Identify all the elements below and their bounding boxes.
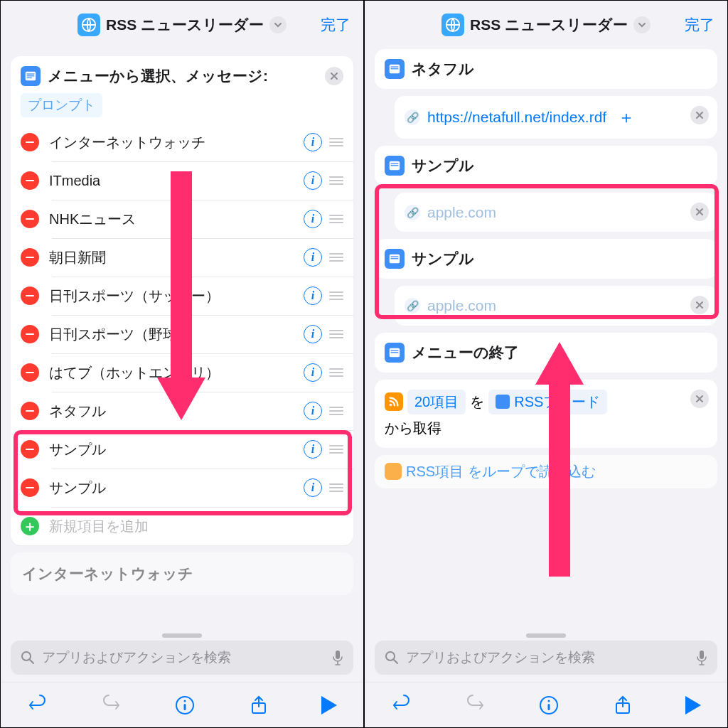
reorder-icon[interactable] <box>329 176 343 185</box>
info-icon[interactable]: i <box>304 287 322 305</box>
delete-icon[interactable] <box>21 287 39 305</box>
share-button[interactable] <box>612 695 633 716</box>
done-button[interactable]: 完了 <box>685 15 714 35</box>
close-icon[interactable] <box>690 106 709 124</box>
info-icon[interactable]: i <box>304 440 322 459</box>
close-icon[interactable] <box>690 390 709 408</box>
info-icon[interactable]: i <box>304 478 322 497</box>
mic-icon[interactable] <box>332 650 343 665</box>
list-item[interactable]: サンプルi <box>11 430 353 469</box>
svg-rect-22 <box>391 350 399 350</box>
delete-icon[interactable] <box>21 363 39 382</box>
svg-rect-2 <box>27 73 35 74</box>
redo-button <box>100 695 122 716</box>
list-item[interactable]: 日刊スポーツ（野球）i <box>11 315 353 353</box>
rss-action-card[interactable]: 20項目 を RSSフィード から取得 <box>375 380 717 448</box>
svg-rect-13 <box>391 66 399 67</box>
list-item[interactable]: インターネットウォッチi <box>11 123 353 161</box>
grabber-handle[interactable] <box>526 633 566 638</box>
add-url-button[interactable]: ＋ <box>618 106 635 129</box>
count-token[interactable]: 20項目 <box>407 390 466 414</box>
add-item-row[interactable]: ＋新規項目を追加 <box>11 507 353 545</box>
reorder-icon[interactable] <box>329 445 343 454</box>
chevron-down-icon[interactable] <box>269 16 287 33</box>
search-icon <box>385 651 399 665</box>
svg-rect-20 <box>391 258 399 259</box>
delete-icon[interactable] <box>21 325 39 343</box>
reorder-icon[interactable] <box>329 138 343 146</box>
url-action-card[interactable]: 🔗 apple.com <box>395 193 717 232</box>
info-icon[interactable]: i <box>304 325 322 343</box>
reorder-icon[interactable] <box>329 291 343 300</box>
undo-button[interactable] <box>27 695 48 716</box>
reorder-icon[interactable] <box>329 483 343 492</box>
svg-point-25 <box>386 652 395 660</box>
list-item[interactable]: 朝日新聞i <box>11 238 353 277</box>
info-icon[interactable]: i <box>304 363 322 382</box>
sample-section-1[interactable]: サンプル <box>375 146 717 186</box>
svg-rect-29 <box>547 704 550 710</box>
svg-rect-26 <box>700 651 704 659</box>
url-action-card[interactable]: 🔗 apple.com <box>395 286 717 325</box>
list-item[interactable]: NHKニュースi <box>11 200 353 238</box>
app-title: RSS ニュースリーダー <box>470 15 628 35</box>
list-item[interactable]: 日刊スポーツ（サッカー）i <box>11 277 353 315</box>
reorder-icon[interactable] <box>329 407 343 415</box>
add-icon[interactable]: ＋ <box>21 517 39 535</box>
delete-icon[interactable] <box>21 133 39 151</box>
done-button[interactable]: 完了 <box>321 15 350 35</box>
close-icon[interactable] <box>690 296 709 314</box>
search-placeholder: アプリおよびアクションを検索 <box>42 648 325 667</box>
card-icon <box>385 59 405 79</box>
header: RSS ニュースリーダー 完了 <box>1 1 363 49</box>
svg-rect-9 <box>183 704 186 710</box>
left-scroll: メニューから選択、メッセージ: プロンプト インターネットウォッチi ITmed… <box>1 49 363 629</box>
reorder-icon[interactable] <box>329 253 343 262</box>
feed-token[interactable]: RSSフィード <box>488 390 607 414</box>
reorder-icon[interactable] <box>329 215 343 223</box>
list-item[interactable]: ネタフルi <box>11 392 353 430</box>
info-toolbar-button[interactable] <box>538 695 560 716</box>
close-icon[interactable] <box>690 203 709 221</box>
reorder-icon[interactable] <box>329 330 343 338</box>
svg-point-28 <box>547 700 550 702</box>
rss-icon <box>385 463 402 480</box>
share-button[interactable] <box>248 695 269 716</box>
list-item[interactable]: ITmediai <box>11 161 353 200</box>
delete-icon[interactable] <box>21 402 39 420</box>
netafull-section[interactable]: ネタフル <box>375 49 717 89</box>
list-item[interactable]: サンプルi <box>11 469 353 507</box>
info-icon[interactable]: i <box>304 171 322 190</box>
prompt-token[interactable]: プロンプト <box>21 93 343 117</box>
link-icon: 🔗 <box>405 205 420 220</box>
undo-button[interactable] <box>391 695 412 716</box>
url-action-card[interactable]: 🔗 https://netafull.net/index.rdf ＋ <box>395 96 717 139</box>
info-toolbar-button[interactable] <box>174 695 196 716</box>
svg-rect-16 <box>391 163 399 164</box>
grabber-handle[interactable] <box>162 633 202 638</box>
sample-section-2[interactable]: サンプル <box>375 239 717 279</box>
chevron-down-icon[interactable] <box>633 16 651 33</box>
run-button[interactable] <box>321 696 337 714</box>
left-pane: RSS ニュースリーダー 完了 メニューから選択、メッセージ: プロンプト イン… <box>0 0 364 728</box>
mic-icon[interactable] <box>696 650 707 665</box>
menu-icon <box>21 66 41 86</box>
reorder-icon[interactable] <box>329 368 343 377</box>
info-icon[interactable]: i <box>304 402 322 420</box>
delete-icon[interactable] <box>21 210 39 228</box>
toolbar <box>365 682 727 727</box>
svg-rect-4 <box>27 77 32 78</box>
delete-icon[interactable] <box>21 171 39 190</box>
info-icon[interactable]: i <box>304 210 322 228</box>
menu-end-section[interactable]: メニューの終了 <box>375 333 717 373</box>
info-icon[interactable]: i <box>304 248 322 267</box>
delete-icon[interactable] <box>21 248 39 267</box>
list-item[interactable]: はてブ（ホットエントリ）i <box>11 353 353 392</box>
info-icon[interactable]: i <box>304 133 322 151</box>
close-icon[interactable] <box>325 67 343 85</box>
search-bar[interactable]: アプリおよびアクションを検索 <box>375 641 717 675</box>
delete-icon[interactable] <box>21 478 39 497</box>
run-button[interactable] <box>685 696 701 714</box>
search-bar[interactable]: アプリおよびアクションを検索 <box>11 641 353 675</box>
delete-icon[interactable] <box>21 440 39 459</box>
